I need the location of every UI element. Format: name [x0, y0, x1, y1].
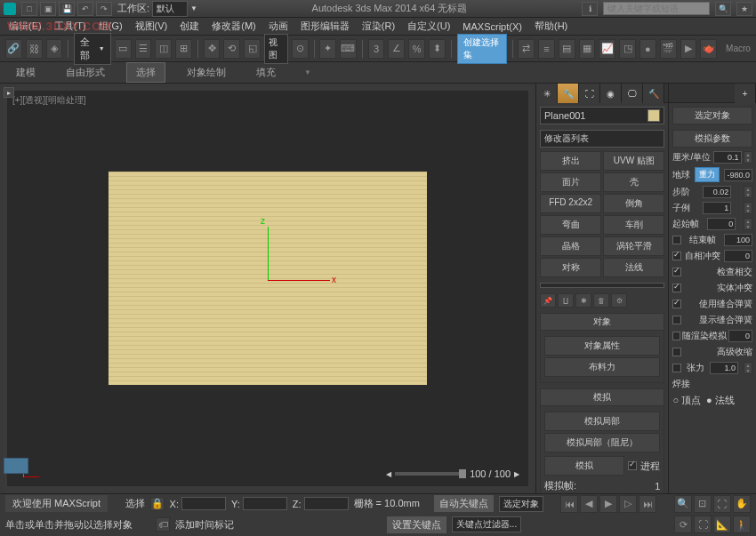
maximize-vp-icon[interactable]: ⛶	[694, 516, 712, 533]
bind-icon[interactable]: ◈	[46, 39, 63, 59]
menu-animation[interactable]: 动画	[263, 18, 294, 35]
lock-selection-icon[interactable]: 🔒	[150, 497, 165, 511]
addtime-label[interactable]: 添加时间标记	[175, 518, 234, 532]
display-tab-icon[interactable]: 🖵	[622, 84, 643, 103]
pin-stack-icon[interactable]: 📌	[540, 293, 556, 308]
menu-customize[interactable]: 自定义(U)	[402, 18, 455, 35]
sim-local-damped-button[interactable]: 模拟局部（阻尼）	[544, 433, 660, 452]
zoom-extents-icon[interactable]: ⛶	[713, 495, 731, 513]
render-setup-icon[interactable]: 🎬	[660, 39, 677, 59]
param-plus-icon[interactable]: +	[735, 84, 756, 103]
window-crossing-icon[interactable]: ⊞	[175, 39, 192, 59]
check-advshrink[interactable]	[672, 348, 681, 356]
viewport-slider[interactable]: ◀ 100 / 100 ▶	[386, 468, 519, 479]
object-name-field[interactable]: Plane001	[540, 107, 664, 124]
workspace-dropdown[interactable]: 默认	[152, 1, 188, 17]
y-input[interactable]	[243, 497, 287, 510]
material-editor-icon[interactable]: ●	[639, 39, 656, 59]
goto-start-icon[interactable]: ⏮	[560, 495, 578, 513]
mod-btn-chamfer[interactable]: 倒角	[603, 194, 664, 213]
menu-create[interactable]: 创建	[174, 18, 205, 35]
mod-btn-lattice[interactable]: 晶格	[540, 236, 601, 256]
layers-icon[interactable]: ▤	[559, 39, 575, 59]
check-sewsprings[interactable]	[672, 300, 681, 308]
remove-mod-icon[interactable]: 🗑	[593, 293, 609, 308]
radio-normal[interactable]: ● 法线	[706, 394, 735, 407]
spinner-icon[interactable]: ▲▼	[744, 151, 752, 164]
modifier-stack[interactable]: ☉ Cloth 组 面板 接缝 面 Plane	[540, 283, 664, 288]
render-frame-icon[interactable]: ▶	[680, 39, 697, 59]
link-icon[interactable]: 🔗	[5, 39, 22, 59]
utilities-tab-icon[interactable]: 🔨	[643, 84, 664, 103]
infocenter-icon[interactable]: ℹ	[582, 2, 598, 16]
gizmo-y-axis[interactable]	[268, 227, 269, 280]
keyfilter-button[interactable]: 关键点过滤器...	[452, 516, 521, 532]
gizmo-x-axis[interactable]	[268, 280, 330, 281]
setkey-button[interactable]: 设置关键点	[387, 516, 446, 533]
mod-btn-shell[interactable]: 壳	[603, 172, 664, 192]
play-icon[interactable]: ▶	[599, 495, 617, 513]
render-icon[interactable]: 🫖	[700, 39, 717, 59]
expand-toolbar-icon[interactable]: ▸	[4, 87, 14, 98]
rollout-sim-header[interactable]: 模拟	[540, 388, 664, 406]
mod-btn-turbosmooth[interactable]: 涡轮平滑	[603, 236, 664, 256]
app-icon[interactable]	[4, 3, 16, 15]
object-props-button[interactable]: 对象属性	[544, 336, 660, 356]
curve-editor-icon[interactable]: 📈	[599, 39, 615, 59]
mod-btn-bend[interactable]: 弯曲	[540, 215, 601, 235]
progress-check[interactable]	[628, 461, 637, 470]
next-frame-icon[interactable]: ▷	[619, 495, 637, 513]
search-icon[interactable]: 🔍	[715, 2, 731, 16]
check-solidcoll[interactable]	[672, 284, 681, 292]
align-icon[interactable]: ≡	[538, 39, 555, 59]
gravity-button[interactable]: 重力	[695, 167, 720, 182]
object-color-swatch[interactable]	[647, 109, 660, 122]
menu-help[interactable]: 帮助(H)	[529, 18, 573, 35]
check-simrender[interactable]	[672, 332, 680, 340]
configure-icon[interactable]: ⚙	[611, 293, 627, 308]
viewport[interactable]: [+][透视][明暗处理] x z ◀ 100 / 100 ▶	[4, 87, 532, 490]
keyboard-icon[interactable]: ⌨	[340, 39, 357, 59]
mirror-icon[interactable]: ⇄	[518, 39, 535, 59]
mod-btn-normal[interactable]: 法线	[603, 258, 664, 277]
qat-new-icon[interactable]: □	[21, 2, 37, 16]
qat-save-icon[interactable]: 💾	[59, 2, 75, 16]
modify-tab-icon[interactable]: 🔧	[558, 84, 579, 103]
key-target-dropdown[interactable]: 选定对象	[499, 496, 543, 512]
move-icon[interactable]: ✥	[204, 39, 221, 59]
selection-filter-dropdown[interactable]: 全部 ▼	[74, 33, 111, 65]
tab-modeling[interactable]: 建模	[7, 63, 44, 82]
schematic-icon[interactable]: ◳	[619, 39, 636, 59]
mod-btn-ffd[interactable]: FFD 2x2x2	[540, 194, 601, 213]
tab-populate[interactable]: 填充	[247, 63, 285, 82]
menu-maxscript[interactable]: MAXScript(X)	[457, 20, 527, 34]
sim-local-button[interactable]: 模拟局部	[544, 412, 660, 431]
favorite-icon[interactable]: ★	[736, 2, 752, 16]
fov-icon[interactable]: 📐	[713, 516, 731, 533]
radio-vertex[interactable]: ○ 顶点	[672, 394, 701, 407]
refcoord-dropdown[interactable]: 视图	[264, 34, 288, 64]
autokey-button[interactable]: 自动关键点	[434, 495, 494, 512]
mod-btn-patch[interactable]: 面片	[540, 172, 601, 192]
hierarchy-tab-icon[interactable]: ⛶	[579, 84, 600, 103]
check-showsew[interactable]	[672, 316, 681, 324]
check-selfcoll[interactable]	[672, 252, 681, 260]
unique-icon[interactable]: ✱	[575, 293, 591, 308]
sim-params-header[interactable]: 模拟参数	[672, 130, 752, 148]
ribbon-expand-icon[interactable]: ▼	[304, 68, 311, 76]
check-intersect[interactable]	[672, 268, 681, 276]
create-tab-icon[interactable]: ✳	[536, 84, 558, 103]
pivot-icon[interactable]: ⊙	[292, 39, 309, 59]
mod-btn-lathe[interactable]: 车削	[603, 215, 664, 235]
tab-freeform[interactable]: 自由形式	[57, 63, 114, 82]
named-selection-dropdown[interactable]: 创建选择集	[457, 34, 507, 64]
select-icon[interactable]: ▭	[115, 39, 132, 59]
mod-btn-symmetry[interactable]: 对称	[540, 258, 601, 277]
mod-btn-extrude[interactable]: 挤出	[540, 151, 601, 171]
unlink-icon[interactable]: ⛓	[26, 39, 43, 59]
angle-snap-icon[interactable]: ∠	[388, 39, 405, 59]
simulate-button[interactable]: 模拟	[544, 456, 624, 476]
motion-tab-icon[interactable]: ◉	[600, 84, 622, 103]
modifier-list-dropdown[interactable]: 修改器列表	[540, 130, 664, 148]
select-region-icon[interactable]: ◫	[155, 39, 172, 59]
